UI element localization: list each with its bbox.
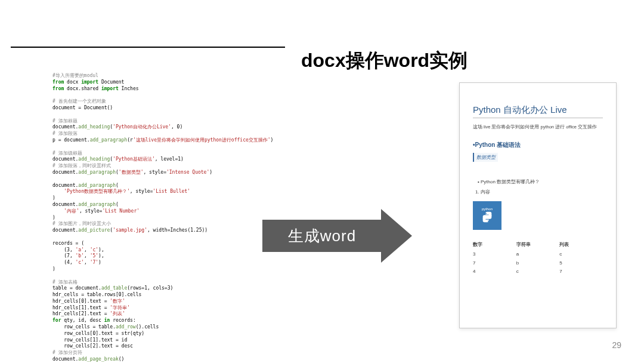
code-text: , style= xyxy=(130,189,153,194)
code-text: document = Document() xyxy=(52,105,113,110)
code-string: '内容' xyxy=(64,208,79,214)
code-text: row_cells[0].text = str(qty) xyxy=(52,331,144,336)
code-text: hdr_cells[2].text = xyxy=(52,311,110,316)
code-string: '这场live里你将会学到如何使用python进行office交互操作' xyxy=(133,137,271,143)
arrow: 生成word xyxy=(262,209,417,263)
code-string: 'List Bullet' xyxy=(153,189,190,194)
code-text: () xyxy=(119,356,125,362)
doc-intense-quote: 数据类型 xyxy=(473,153,498,162)
code-text: ( xyxy=(116,183,119,188)
code-text: ) xyxy=(98,260,101,265)
doc-heading-text: Python 基础语法 xyxy=(475,141,521,148)
table-col: 字符串 a b c xyxy=(516,241,560,276)
code-text: document. xyxy=(52,170,78,175)
code-string: '数字' xyxy=(110,299,125,304)
code-call: add_paragraph xyxy=(78,202,116,207)
horizontal-rule xyxy=(11,47,285,48)
code-comment: # 添加图片，同时设置大小 xyxy=(52,221,111,226)
doc-title: Python 自动化办公 Live xyxy=(473,104,603,118)
table-col: 数字 3 7 4 xyxy=(473,241,516,276)
code-call: add_row xyxy=(116,324,136,330)
code-text: hdr_cells = table.rows[0].cells xyxy=(52,292,141,297)
code-text: ) xyxy=(271,137,274,143)
code-text: Inches xyxy=(119,86,139,91)
code-call: add_table xyxy=(101,285,127,291)
table-header: 数字 xyxy=(473,241,516,249)
code-text xyxy=(52,208,64,214)
code-text: qty, id, desc xyxy=(61,318,104,323)
doc-number-item: 1. 内容 xyxy=(475,189,603,195)
table-cell: 4 xyxy=(473,267,516,276)
code-comment: # 添加分页符 xyxy=(52,350,82,355)
code-text: document. xyxy=(52,227,78,233)
code-comment: # 首先创建一个文档对象 xyxy=(52,99,106,104)
code-string: '数据类型' xyxy=(119,170,144,175)
table-cell: 5 xyxy=(559,259,603,267)
code-string: 'sample.jpg' xyxy=(113,227,147,233)
code-text: , width=Inches(1.25)) xyxy=(147,227,208,233)
code-text: ), xyxy=(98,253,104,259)
code-keyword: import xyxy=(101,86,119,91)
code-text: document. xyxy=(52,183,78,188)
code-string: 'Python数据类型有哪几种？' xyxy=(64,189,130,194)
doc-bullet-item: • Python 数据类型有哪几种？ xyxy=(478,179,603,185)
code-call: add_page_break xyxy=(78,356,118,362)
code-call: add_paragraph xyxy=(78,170,116,175)
code-call: add_heading xyxy=(78,156,110,162)
code-comment: #导入所需要的modul xyxy=(52,73,98,78)
code-text xyxy=(52,189,64,194)
code-text: (7, xyxy=(52,253,76,259)
code-string: '字符串' xyxy=(110,305,130,310)
code-string: 'c' xyxy=(90,247,98,253)
code-string: 'List Number' xyxy=(102,208,140,214)
code-comment: # 添加段落 xyxy=(52,131,78,136)
code-string: 'c' xyxy=(76,260,84,265)
code-string: '5' xyxy=(90,253,98,259)
code-text: , style= xyxy=(143,170,166,175)
code-text: , 0) xyxy=(171,124,182,130)
doc-paragraph: 这场 live 里你将会学到如何使用 python 进行 office 交互操作 xyxy=(473,124,603,130)
code-call: add_paragraph xyxy=(78,183,116,188)
table-cell: a xyxy=(516,250,560,259)
code-text: document. xyxy=(52,124,78,130)
code-string: 'Intense Quote' xyxy=(166,170,209,175)
code-text: ), xyxy=(98,247,104,253)
code-string: '7' xyxy=(90,260,98,265)
code-text: , xyxy=(84,260,90,265)
arrow-label: 生成word xyxy=(262,220,382,252)
code-text: p = document. xyxy=(52,137,90,143)
code-comment: # 添加标题 xyxy=(52,118,78,124)
code-text: ) xyxy=(209,170,212,175)
doc-heading-1: •Python 基础语法 xyxy=(473,141,603,149)
code-text: row_cells = table. xyxy=(52,324,116,330)
code-string: 'Python自动化办公Live' xyxy=(113,124,171,130)
code-call: add_heading xyxy=(78,124,110,130)
doc-image-python-logo: python xyxy=(473,201,501,230)
code-comment: # 添加段落，同时设置样式 xyxy=(52,163,111,168)
code-call: add_picture xyxy=(78,227,110,233)
code-text: row_cells[2].text = desc xyxy=(52,343,133,349)
code-string: 'a' xyxy=(76,247,84,253)
table-cell: c xyxy=(559,250,603,259)
table-cell: 7 xyxy=(473,259,516,267)
code-text: hdr_cells[0].text = xyxy=(52,299,110,304)
code-comment: # 添加级标题 xyxy=(52,150,82,156)
code-text: ) xyxy=(52,195,55,201)
code-text: (3, xyxy=(52,247,76,253)
code-string: 'b' xyxy=(76,253,84,259)
doc-table: 数字 3 7 4 字符串 a b c 列表 c 5 7 xyxy=(473,241,603,276)
arrow-head-icon xyxy=(381,209,412,263)
slide-title: docx操作word实例 xyxy=(301,48,467,74)
code-text: ().cells xyxy=(136,324,159,330)
code-text: document. xyxy=(52,202,78,207)
table-header: 列表 xyxy=(559,241,603,249)
code-text: , level=1) xyxy=(155,156,184,162)
code-block: #导入所需要的modul from docx import Document f… xyxy=(52,73,255,363)
code-text: ) xyxy=(52,215,55,220)
table-cell: 7 xyxy=(559,267,603,276)
python-icon xyxy=(481,211,494,224)
code-text: , style= xyxy=(79,208,103,214)
code-comment: # 添加表格 xyxy=(52,279,78,285)
table-cell: b xyxy=(516,259,560,267)
code-text: records: xyxy=(110,318,135,323)
